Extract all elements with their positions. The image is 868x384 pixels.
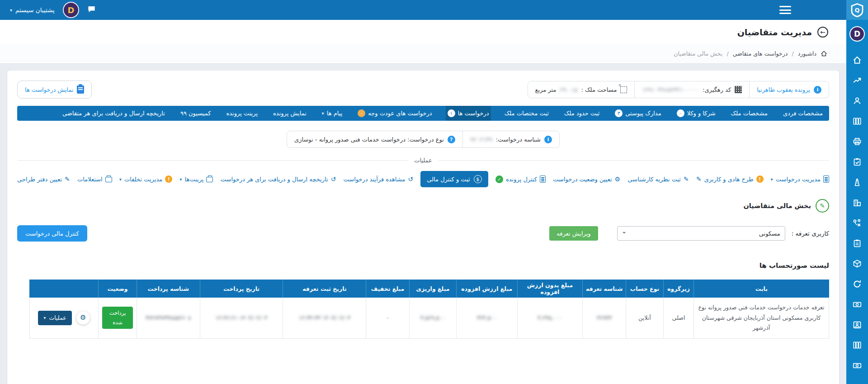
tab-print-file[interactable]: پرینت پرونده	[224, 106, 259, 121]
sidebar-clipboard-check-icon[interactable]	[846, 152, 868, 172]
tab-badge: ۰	[677, 109, 684, 117]
sidebar-cash-icon-2[interactable]	[846, 355, 868, 375]
finance-section-title: بخش مالی متقاضیان	[743, 202, 811, 209]
tab-commission-99[interactable]: کمیسیون ۹۹	[179, 106, 213, 121]
status-badge: پرداخت شده	[102, 307, 133, 329]
history-icon: ↺	[331, 176, 336, 182]
cell-tariff-id: ۳۶۹۳۳	[583, 298, 626, 338]
tab-property-limits[interactable]: ثبت حدود ملک	[562, 106, 601, 121]
chevron-down-icon: ▾	[179, 177, 182, 182]
invoices-title: لیست صورتحساب ها	[17, 261, 829, 270]
sidebar-buildings-icon[interactable]	[846, 192, 868, 213]
sidebar-archive-binders-icon-2[interactable]	[846, 335, 868, 355]
support-user-menu[interactable]: پشتیبان سیستم ▾	[10, 6, 55, 14]
edit-pencil-icon[interactable]: ✎	[816, 199, 829, 213]
document-icon	[823, 175, 829, 183]
request-info-box: i شناسه درخواست: ۹۲۰۲۱۳۹ ? نوع درخواست: …	[287, 131, 560, 148]
question-icon: ?	[448, 136, 455, 143]
pencil-icon: ✎	[684, 176, 689, 182]
op-violations[interactable]: ! مدیریت تخلفات ▾	[119, 175, 172, 183]
op-expert-opinion[interactable]: ✎ ثبت نظریه کارشناسی	[627, 176, 689, 183]
file-link[interactable]: پرونده یعقوب طاهرنیا	[757, 86, 810, 93]
breadcrumb-dashboard[interactable]: داشبورد	[798, 50, 816, 57]
edit-tariff-button[interactable]: ویرایش تعرفه	[549, 226, 598, 241]
area-unit: متر مربع	[535, 86, 557, 93]
col-actions	[29, 280, 98, 298]
page-header: ← مدیریت متقاضیان	[0, 20, 846, 44]
op-inquiries[interactable]: استعلامات	[77, 176, 112, 183]
file-link-segment[interactable]: i پرونده یعقوب طاهرنیا	[749, 81, 829, 98]
back-arrow-icon[interactable]: ←	[817, 27, 828, 38]
col-vat-amount: مبلغ ارزش افزوده	[457, 280, 517, 298]
sidebar-cash-icon[interactable]	[846, 294, 868, 314]
cell-status: پرداخت شده	[99, 298, 137, 338]
tab-badge: ۳	[615, 109, 623, 117]
op-manage-request[interactable]: مدیریت درخواست ▾	[771, 175, 829, 183]
invoices-table: بابت زیرگروه نوع حساب شناسه تعرفه مبلغ ب…	[29, 280, 829, 339]
qr-code-icon	[735, 86, 742, 93]
tab-property-info[interactable]: مشخصات ملک	[729, 106, 769, 121]
brand-logo: D	[63, 2, 79, 18]
tariff-usage-select[interactable]: مسکونی	[617, 226, 785, 241]
sidebar-cube-icon[interactable]	[846, 253, 868, 274]
sidebar-home-icon[interactable]	[846, 50, 868, 70]
tab-property-coordinates[interactable]: ثبت مختصات ملک	[503, 106, 551, 121]
tab-refund-requests[interactable]: درخواست های عودت وجه۰	[356, 106, 434, 121]
cell-amount-without-vat: ۳,۲۴۵,۰۰۰	[517, 298, 583, 338]
menu-hamburger-icon[interactable]	[779, 6, 791, 14]
row-actions-button[interactable]: عملیات ▾	[38, 311, 71, 325]
request-type-segment: ? نوع درخواست: درخواست خدمات فنی صدور پر…	[287, 131, 462, 147]
tab-messages[interactable]: پیام ها▾	[320, 106, 344, 121]
chat-icon[interactable]	[87, 5, 96, 15]
sidebar-scatter-x-icon[interactable]	[846, 213, 868, 233]
support-user-label: پشتیبان سیستم	[15, 6, 55, 14]
chevron-down-icon: ▾	[771, 177, 773, 182]
table-row: تعرفه خدمات درخواست خدمات فنی صدور پروان…	[29, 298, 829, 338]
row-gear-icon[interactable]: ⚙	[76, 311, 90, 325]
operations-links: مدیریت درخواست ▾ ! طرح هادی و کاربری ✎ ✎…	[17, 171, 829, 187]
sidebar-sync-icon[interactable]	[846, 274, 868, 294]
tab-attachments[interactable]: مدارک پیوستی۳	[613, 106, 663, 121]
sidebar-id-card-icon[interactable]	[846, 314, 868, 335]
applicant-card: i پرونده یعقوب طاهرنیا کد رهگیری: ۱۴۹۱۰۳…	[7, 71, 839, 384]
breadcrumb-requests[interactable]: درخواست های متقاضی	[733, 50, 788, 57]
col-subgroup: زیرگروه	[664, 280, 694, 298]
app-shield-logo: Q	[846, 0, 868, 20]
sidebar-road-icon[interactable]	[846, 172, 868, 192]
org-logo[interactable]: D	[849, 26, 865, 42]
cell-payment-date: ۱۴۰۴/۰۲/۰۳ ۱۲:۳۶:۲۱	[200, 298, 283, 338]
breadcrumb-current: بخش مالی متقاضیان	[674, 50, 722, 57]
col-discount: مبلغ تخفیف	[366, 280, 409, 298]
chevron-down-icon: ▾	[322, 111, 324, 116]
op-prints[interactable]: پرینت‌ها ▾	[179, 176, 213, 183]
sidebar-trend-chart-icon[interactable]	[846, 70, 868, 90]
printer-icon	[105, 177, 112, 182]
table-header-row: بابت زیرگروه نوع حساب شناسه تعرفه مبلغ ب…	[29, 280, 829, 298]
op-financial-control-active[interactable]: $ ثبت و کنترل مالی	[420, 171, 488, 187]
tab-badge: ۰	[358, 109, 365, 117]
sidebar-support-user-icon[interactable]	[846, 90, 868, 111]
sidebar-archive-binders-icon[interactable]	[846, 111, 868, 131]
area-label: مساحت ملک :	[581, 86, 617, 93]
finance-control-button[interactable]: کنترل مالی درخواست	[17, 225, 87, 242]
op-view-process[interactable]: ↺ مشاهده فرآیند درخواست	[344, 176, 413, 183]
sidebar-printer-icon[interactable]	[846, 131, 868, 152]
op-guide-plan[interactable]: ! طرح هادی و کاربری ✎	[696, 175, 764, 183]
area-value: ۲۹۰.۱۵	[560, 86, 577, 93]
op-file-control[interactable]: کنترل پرونده ✓	[495, 175, 546, 183]
op-set-request-status[interactable]: ⚙ تعیین وضعیت درخواست	[553, 176, 620, 183]
tab-partners[interactable]: شرکا و وکلا۰	[675, 106, 717, 121]
home-icon[interactable]	[821, 50, 827, 57]
tab-view-file[interactable]: نمایش پرونده	[271, 106, 308, 121]
op-request-history[interactable]: ↺ تاریخچه ارسال و دریافت برای هر درخواست	[221, 176, 336, 183]
tab-requests[interactable]: درخواست ها۱	[446, 106, 491, 121]
show-requests-button[interactable]: نمایش درخواست ها	[17, 81, 92, 99]
col-payment-date: تاریخ پرداخت	[200, 280, 283, 298]
tab-send-receive-history[interactable]: تاریخچه ارسال و دریافت برای هر متقاضی	[61, 106, 167, 121]
operations-divider: عملیات	[17, 157, 829, 164]
op-design-office[interactable]: ✎ تعیین دفتر طراحی	[17, 176, 70, 183]
tab-badge: ۱	[448, 109, 455, 117]
tab-personal-info[interactable]: مشخصات فردی	[781, 106, 825, 121]
sidebar-clipboard-icon[interactable]	[846, 233, 868, 253]
info-icon: i	[544, 136, 552, 143]
